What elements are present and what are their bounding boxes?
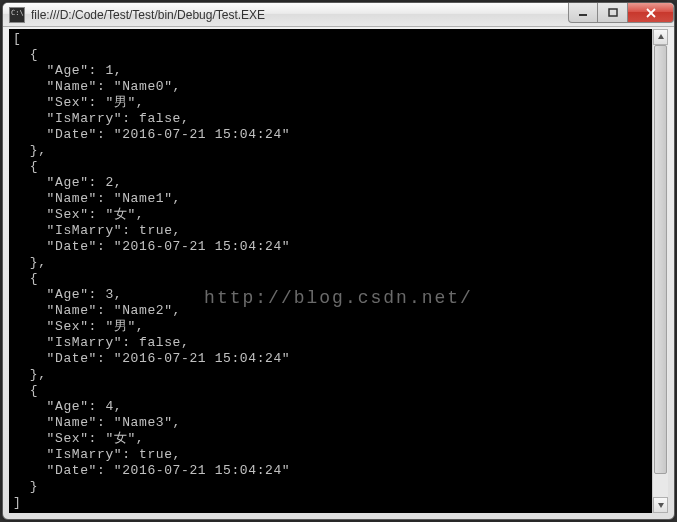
scroll-thumb[interactable] <box>654 45 667 474</box>
vertical-scrollbar[interactable] <box>652 29 668 513</box>
chevron-up-icon <box>657 33 665 41</box>
scroll-up-button[interactable] <box>653 29 668 45</box>
svg-rect-1 <box>609 9 617 16</box>
window-controls <box>568 3 674 23</box>
window-title: file:///D:/Code/Test/Test/bin/Debug/Test… <box>31 8 265 22</box>
app-icon <box>9 7 25 23</box>
maximize-icon <box>608 8 618 18</box>
close-button[interactable] <box>628 3 674 23</box>
svg-marker-4 <box>658 34 664 39</box>
minimize-button[interactable] <box>568 3 598 23</box>
app-window: file:///D:/Code/Test/Test/bin/Debug/Test… <box>2 2 675 520</box>
client-area: [ { "Age": 1, "Name": "Name0", "Sex": "男… <box>9 29 668 513</box>
svg-marker-5 <box>658 503 664 508</box>
titlebar[interactable]: file:///D:/Code/Test/Test/bin/Debug/Test… <box>3 3 674 27</box>
console-output: [ { "Age": 1, "Name": "Name0", "Sex": "男… <box>9 29 652 513</box>
minimize-icon <box>578 8 588 18</box>
chevron-down-icon <box>657 501 665 509</box>
scroll-down-button[interactable] <box>653 497 668 513</box>
close-icon <box>645 8 657 18</box>
scroll-track[interactable] <box>653 45 668 497</box>
maximize-button[interactable] <box>598 3 628 23</box>
